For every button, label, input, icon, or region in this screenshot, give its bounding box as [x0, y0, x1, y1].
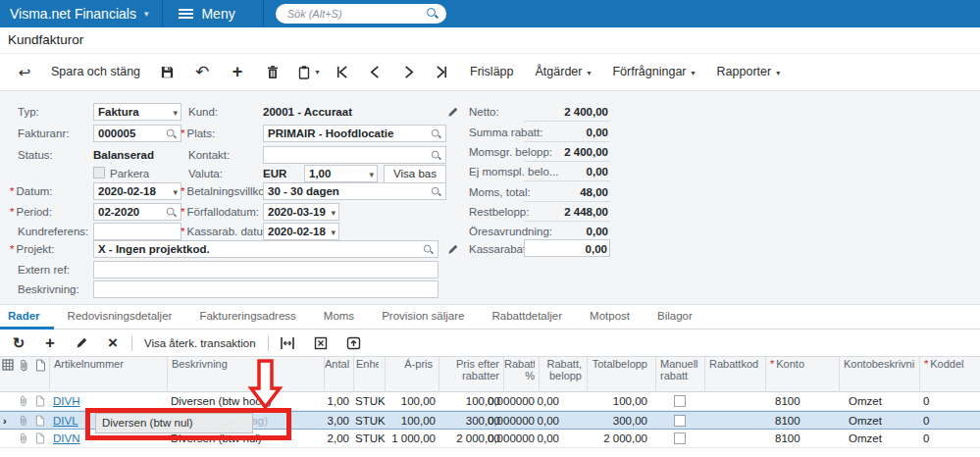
- kassarab-datum-field[interactable]: 2020-02-18▾: [263, 223, 339, 240]
- save-icon[interactable]: [154, 59, 180, 84]
- header-konto[interactable]: *Konto: [765, 357, 835, 393]
- kassarabatt-field[interactable]: 0,00: [524, 239, 610, 257]
- delete-record-icon[interactable]: [260, 59, 285, 84]
- rabatt-belopp-cell[interactable]: 0,00: [510, 412, 559, 431]
- lookup-icon[interactable]: [431, 150, 441, 161]
- header-artikelnummer[interactable]: Artikelnummer: [49, 357, 167, 393]
- search-icon[interactable]: [426, 7, 438, 20]
- tab-rader[interactable]: Rader: [0, 306, 54, 330]
- manuell-rabatt-checkbox[interactable]: [674, 432, 686, 444]
- beskrivning-field[interactable]: [93, 280, 438, 298]
- kontakt-field[interactable]: [263, 146, 446, 164]
- rabattkod-cell[interactable]: [708, 412, 763, 431]
- apris-cell[interactable]: 1 000,00: [383, 430, 436, 448]
- chevron-down-icon[interactable]: ▾: [173, 184, 178, 200]
- tab-rabattdetaljer[interactable]: Rabattdetaljer: [479, 306, 577, 330]
- back-icon[interactable]: ↩: [12, 59, 37, 84]
- add-row-icon[interactable]: +: [37, 330, 63, 356]
- rabatt-belopp-cell[interactable]: 0,00: [510, 430, 559, 448]
- fakturanr-field[interactable]: 000005: [93, 125, 181, 142]
- apris-cell[interactable]: 100,00: [383, 392, 436, 411]
- lookup-icon[interactable]: [166, 128, 177, 139]
- add-record-icon[interactable]: +: [225, 59, 250, 84]
- fit-width-icon[interactable]: [275, 330, 300, 356]
- kontobeskrivning-cell[interactable]: Omzet: [849, 412, 917, 431]
- tab-moms[interactable]: Moms: [310, 306, 368, 330]
- refresh-icon[interactable]: ↻: [6, 330, 31, 356]
- datum-field[interactable]: 2020-02-18▾: [93, 182, 181, 200]
- parkera-checkbox[interactable]: [93, 167, 105, 178]
- header-rabatt-belopp[interactable]: Rabatt, belopp: [539, 357, 582, 393]
- konto-cell[interactable]: 8100: [775, 430, 834, 448]
- first-record-icon[interactable]: [329, 59, 354, 84]
- chevron-down-icon[interactable]: ▾: [173, 105, 178, 121]
- enhet-cell[interactable]: STUK: [355, 392, 385, 411]
- projekt-field[interactable]: X - Ingen projektkod.: [93, 240, 438, 258]
- tab-faktureringsadress[interactable]: Faktureringsadress: [185, 306, 309, 330]
- forfallodatum-field[interactable]: 2020-03-19▾: [263, 203, 339, 221]
- lookup-icon[interactable]: [431, 186, 441, 197]
- header-totalbelopp[interactable]: Totalbelopp: [587, 357, 647, 393]
- tab-redovisningsdetaljer[interactable]: Redovisningsdetaljer: [54, 306, 186, 330]
- hamburger-menu-icon[interactable]: [179, 7, 193, 21]
- visa-bas-button[interactable]: Visa bas: [384, 165, 446, 183]
- typ-select[interactable]: Faktura▾: [93, 103, 181, 121]
- rabattkod-cell[interactable]: [708, 430, 763, 448]
- copy-paste-caret-icon[interactable]: ▾: [316, 68, 320, 76]
- tab-motpost[interactable]: Motpost: [576, 306, 644, 330]
- lookup-icon[interactable]: [166, 207, 177, 218]
- apris-cell[interactable]: 100,00: [383, 412, 436, 431]
- delete-row-icon[interactable]: ×: [100, 330, 126, 356]
- lookup-icon[interactable]: [431, 128, 441, 139]
- chevron-down-icon[interactable]: ▾: [331, 225, 335, 240]
- valuta-rate-select[interactable]: 1,00▾: [304, 165, 378, 182]
- period-field[interactable]: 02-2020: [93, 203, 181, 221]
- header-rabatt-pct[interactable]: Rabatt, %: [503, 357, 535, 393]
- betalningsvillkor-field[interactable]: 30 - 30 dagen: [263, 182, 446, 200]
- manuell-rabatt-checkbox[interactable]: [674, 415, 686, 427]
- rabattkod-cell[interactable]: [708, 392, 763, 411]
- totalbelopp-cell[interactable]: 300,00: [589, 412, 647, 431]
- attachment-icon[interactable]: [19, 415, 28, 429]
- note-icon[interactable]: [35, 415, 45, 429]
- tab-bilagor[interactable]: Bilagor: [644, 306, 706, 330]
- header-kontobeskrivning[interactable]: Kontobeskrivning: [839, 357, 915, 393]
- global-search[interactable]: [276, 4, 446, 24]
- kundreferens-field[interactable]: [93, 223, 181, 240]
- antal-cell[interactable]: 3,00: [294, 412, 349, 431]
- konto-cell[interactable]: 8100: [775, 392, 834, 411]
- edit-kund-icon[interactable]: [446, 105, 460, 119]
- enhet-cell[interactable]: STUK: [355, 430, 385, 448]
- save-and-close-button[interactable]: Spara och stäng: [45, 65, 146, 78]
- copy-paste-icon[interactable]: ▾: [295, 59, 321, 84]
- plats-field[interactable]: PRIMAIR - Hoofdlocatie: [263, 125, 446, 142]
- previous-record-icon[interactable]: [362, 59, 387, 84]
- antal-cell[interactable]: 1,00: [294, 392, 349, 411]
- reports-menu-button[interactable]: Rapporter▾: [711, 65, 787, 78]
- attachment-icon[interactable]: [19, 395, 28, 409]
- koddel-cell[interactable]: 0: [923, 430, 974, 448]
- header-enhet[interactable]: Enhet: [353, 357, 379, 393]
- visa-aterk-transaktion-button[interactable]: Visa återk. transaktion: [138, 337, 262, 349]
- artikelnummer-link[interactable]: DIVH: [53, 395, 79, 407]
- rabatt-belopp-cell[interactable]: 0,00: [510, 392, 559, 411]
- kontobeskrivning-cell[interactable]: Omzet: [849, 392, 917, 411]
- tab-provision-saljare[interactable]: Provision säljare: [368, 306, 478, 330]
- note-icon[interactable]: [35, 432, 45, 446]
- app-switcher-caret-icon[interactable]: ▾: [144, 9, 149, 19]
- header-koddel[interactable]: *Koddel: [919, 357, 976, 393]
- artikelnummer-link[interactable]: DIVL: [53, 415, 78, 427]
- header-apris[interactable]: Á-pris: [385, 357, 433, 393]
- koddel-cell[interactable]: 0: [923, 412, 974, 431]
- app-title[interactable]: Visma.net Financials: [10, 6, 136, 22]
- header-antal[interactable]: Antal: [324, 357, 349, 393]
- menu-button[interactable]: Meny: [201, 6, 234, 22]
- search-input[interactable]: [285, 5, 418, 22]
- import-file-icon[interactable]: [341, 330, 367, 356]
- extern-ref-field[interactable]: [93, 261, 438, 279]
- last-record-icon[interactable]: [429, 59, 454, 84]
- next-record-icon[interactable]: [395, 59, 421, 84]
- header-pris-efter-rabatter[interactable]: Pris efter rabatter: [438, 357, 499, 393]
- edit-row-icon[interactable]: [69, 330, 94, 356]
- totalbelopp-cell[interactable]: 100,00: [589, 392, 647, 411]
